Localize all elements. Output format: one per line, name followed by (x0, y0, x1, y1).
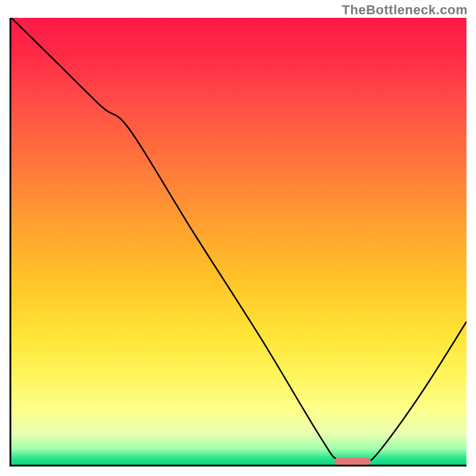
chart-line-series (11, 18, 466, 465)
chart-plot-area (11, 18, 466, 465)
optimal-range-marker (334, 458, 371, 465)
watermark-text: TheBottleneck.com (342, 2, 468, 18)
